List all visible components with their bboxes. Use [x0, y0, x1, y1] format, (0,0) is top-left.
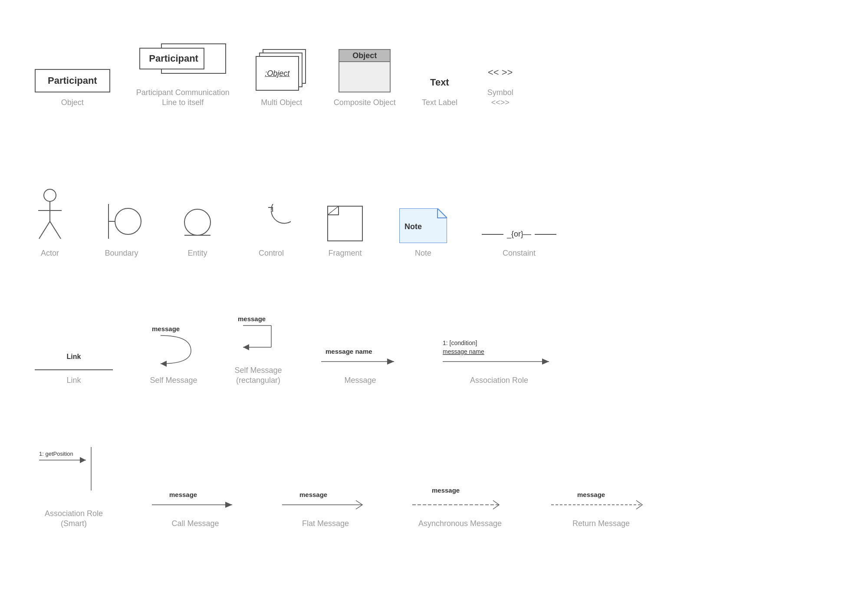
self-message-rect-item: message Self Message(rectangular) — [234, 313, 282, 386]
return-message-item: message Return Message — [547, 487, 655, 529]
svg-text:message: message — [432, 487, 460, 494]
control-label: Control — [259, 248, 284, 258]
constraint-text: _{or}— — [507, 230, 531, 239]
composite-object-item: Object Composite Object — [334, 49, 396, 108]
svg-point-7 — [115, 208, 141, 234]
multi-object-shape[interactable]: :Object — [256, 49, 308, 92]
message-item: message name Message — [317, 344, 404, 385]
assoc-role-smart-item: 1: getPosition Association Role(Smart) — [35, 443, 113, 529]
entity-label: Entity — [187, 248, 207, 258]
participant-self-box: Participant — [139, 48, 204, 69]
participant-box[interactable]: Participant — [35, 69, 110, 92]
async-message-item: message Asynchronous Message — [408, 483, 512, 529]
link-text: Link — [67, 353, 81, 361]
row2-shapes: Actor Boundary Entity — [35, 187, 556, 258]
constraint-line-left — [482, 234, 503, 235]
svg-text:message: message — [169, 491, 197, 498]
symbol-item: << >> Symbol<<>> — [483, 63, 517, 108]
participant-self-item: Participant Participant CommunicationLin… — [136, 43, 230, 108]
text-label-item: Text Text Label — [422, 72, 457, 108]
svg-marker-23 — [387, 359, 394, 365]
composite-body — [339, 61, 391, 92]
composite-object-label: Composite Object — [334, 98, 396, 108]
self-message-label: Self Message — [150, 375, 197, 385]
constraint-item: _{or}— Constaint — [482, 230, 556, 258]
svg-text:1: [condition]: 1: [condition] — [443, 339, 477, 346]
svg-text:message: message — [238, 315, 266, 322]
message-label: Message — [344, 375, 376, 385]
svg-marker-34 — [225, 502, 232, 508]
constraint-shape[interactable]: _{or}— — [482, 230, 556, 239]
fragment-svg[interactable] — [326, 204, 365, 243]
link-label: Link — [66, 375, 81, 385]
multi-front: :Object — [256, 56, 299, 91]
row4-shapes: 1: getPosition Association Role(Smart) m… — [35, 443, 655, 529]
svg-rect-10 — [328, 206, 362, 241]
text-label-shape[interactable]: Text — [426, 72, 454, 92]
link-shape[interactable]: Link — [35, 353, 113, 370]
actor-label: Actor — [41, 248, 59, 258]
svg-point-0 — [44, 189, 56, 201]
return-message-svg[interactable]: message — [547, 487, 655, 513]
svg-marker-15 — [161, 361, 167, 367]
constraint-label: Constaint — [503, 248, 536, 258]
svg-text:message name: message name — [443, 348, 484, 355]
constraint-line-right — [535, 234, 556, 235]
assoc-role-smart-svg[interactable]: 1: getPosition — [35, 443, 113, 503]
row3-shapes: Link Link message Self Message message — [35, 313, 560, 386]
text-label-label: Text Label — [422, 98, 457, 108]
symbol-label: Symbol<<>> — [487, 88, 513, 108]
boundary-svg[interactable] — [100, 200, 143, 243]
boundary-label: Boundary — [105, 248, 138, 258]
object-label: Object — [61, 98, 84, 108]
svg-text:message: message — [299, 491, 327, 498]
message-svg[interactable]: message name — [317, 344, 404, 370]
fragment-label: Fragment — [328, 248, 362, 258]
self-message-rect-svg[interactable]: message — [234, 313, 282, 360]
association-role-label: Association Role — [470, 375, 528, 385]
svg-text:message: message — [152, 325, 180, 332]
participant-label: Participant — [48, 75, 97, 86]
composite-header: Object — [339, 49, 391, 61]
multi-object-item: :Object Multi Object — [256, 49, 308, 108]
entity-item: Entity — [178, 204, 217, 258]
participant-self-label: Participant CommunicationLine to itself — [136, 88, 230, 108]
association-role-item: 1: [condition] message name Association … — [438, 336, 560, 385]
flat-message-label: Flat Message — [302, 519, 349, 529]
note-item: Note Note — [399, 208, 447, 258]
svg-marker-27 — [542, 359, 549, 365]
assoc-role-smart-label: Association Role(Smart) — [45, 509, 103, 529]
actor-svg[interactable] — [35, 187, 65, 243]
svg-line-11 — [328, 206, 339, 215]
svg-text:message: message — [577, 491, 605, 498]
note-shape[interactable]: Note — [399, 208, 447, 243]
async-message-svg[interactable]: message — [408, 483, 512, 513]
self-message-rect-label: Self Message(rectangular) — [234, 365, 282, 386]
flat-message-svg[interactable]: message — [278, 487, 373, 513]
call-message-item: message Call Message — [148, 487, 243, 529]
link-item: Link Link — [35, 353, 113, 385]
async-message-label: Asynchronous Message — [418, 519, 502, 529]
note-label: Note — [415, 248, 431, 258]
svg-line-3 — [39, 221, 50, 239]
note-svg: Note — [399, 208, 447, 243]
multi-object-label: Multi Object — [261, 98, 302, 108]
flat-message-item: message Flat Message — [278, 487, 373, 529]
svg-marker-20 — [243, 344, 249, 350]
boundary-item: Boundary — [100, 200, 143, 258]
svg-marker-31 — [80, 457, 86, 463]
composite-object-shape[interactable]: Object — [339, 49, 391, 92]
row1-shapes: Participant Object Participant Participa… — [35, 43, 517, 108]
svg-point-8 — [184, 209, 210, 235]
call-message-svg[interactable]: message — [148, 487, 243, 513]
actor-item: Actor — [35, 187, 65, 258]
self-message-item: message Self Message — [148, 322, 200, 385]
association-role-svg[interactable]: 1: [condition] message name — [438, 336, 560, 370]
control-svg[interactable] — [252, 204, 291, 243]
entity-svg[interactable] — [178, 204, 217, 243]
symbol-shape[interactable]: << >> — [483, 63, 517, 82]
self-message-svg[interactable]: message — [148, 322, 200, 370]
svg-text:message name: message name — [326, 348, 372, 355]
participant-self-shape[interactable]: Participant — [139, 43, 226, 82]
control-item: Control — [252, 204, 291, 258]
